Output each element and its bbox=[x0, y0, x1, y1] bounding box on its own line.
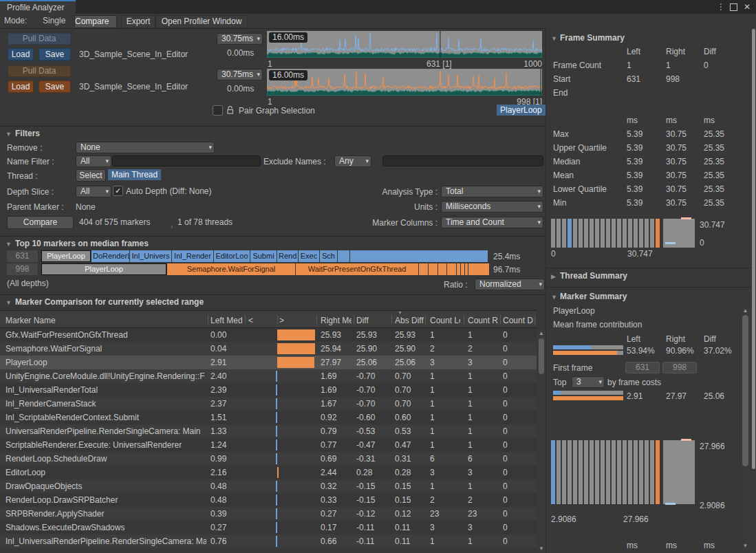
col-diff[interactable]: Diff bbox=[356, 316, 369, 325]
marker-row[interactable]: Semaphore.WaitForSignal0.0425.9425.9025.… bbox=[0, 342, 537, 356]
scroll-down-icon[interactable]: ▼ bbox=[537, 545, 546, 552]
top10-segment[interactable]: Submi bbox=[250, 250, 277, 262]
graph-selection-badge[interactable]: PlayerLoop bbox=[497, 105, 546, 116]
top10-segment[interactable] bbox=[438, 263, 446, 275]
ratio-dropdown[interactable]: Normalized▾ bbox=[475, 279, 545, 290]
analysis-type-dropdown[interactable]: Total▾ bbox=[441, 186, 543, 197]
marker-summary-foldout-icon[interactable]: ▼ bbox=[551, 294, 557, 301]
frame-summary-boxplot[interactable] bbox=[663, 219, 695, 248]
marker-summary-boxplot[interactable] bbox=[663, 440, 695, 504]
remove-dropdown[interactable]: None▾ bbox=[76, 142, 215, 153]
scroll-up-icon[interactable]: ▲ bbox=[741, 307, 750, 314]
scroll-up-icon[interactable]: ▲ bbox=[537, 330, 546, 336]
name-filter-input[interactable] bbox=[112, 155, 261, 166]
marker-row[interactable]: ScriptableRenderer.Execute: UniversalRen… bbox=[0, 438, 537, 452]
top10-segment[interactable]: Semaphore.WaitForSignal bbox=[167, 263, 295, 275]
top10-segment[interactable] bbox=[468, 263, 489, 275]
top10-segment[interactable]: Inl_Render bbox=[172, 250, 213, 262]
marker-summary-scrollbar-thumb[interactable] bbox=[742, 315, 748, 466]
top10-segment[interactable] bbox=[338, 250, 349, 262]
pull-data-right-button[interactable]: Pull Data bbox=[8, 65, 71, 77]
col-count-diff[interactable]: Count D bbox=[503, 316, 533, 325]
top10-segment[interactable] bbox=[429, 263, 438, 275]
marker-columns-dropdown[interactable]: Time and Count▾ bbox=[441, 217, 543, 228]
col-bar-left[interactable]: < bbox=[248, 316, 253, 325]
frame-graph-left[interactable]: 16.00ms bbox=[267, 31, 542, 58]
marker-row[interactable]: Gfx.WaitForPresentOnGfxThread0.0025.9325… bbox=[0, 328, 537, 342]
frame-summary-foldout-icon[interactable]: ▼ bbox=[551, 35, 557, 42]
compare-button[interactable]: Compare bbox=[7, 216, 74, 229]
scroll-down-icon[interactable]: ▼ bbox=[741, 543, 750, 549]
panel-scrollbar-thumb[interactable] bbox=[752, 29, 755, 469]
top10-segment[interactable]: Sch bbox=[320, 250, 337, 262]
top-n-dropdown[interactable]: 3▾ bbox=[572, 376, 605, 388]
comparison-foldout-icon[interactable]: ▼ bbox=[6, 299, 12, 306]
top10-segment[interactable] bbox=[461, 263, 464, 275]
marker-row[interactable]: SRPBRender.ApplyShader0.390.27-0.120.122… bbox=[0, 507, 537, 521]
top10-segment[interactable]: PlayerLoop bbox=[41, 263, 166, 275]
mode-single-button[interactable]: Single bbox=[43, 15, 65, 27]
top10-segment[interactable] bbox=[419, 263, 428, 275]
table-scrollbar-thumb[interactable] bbox=[539, 338, 544, 374]
col-bar-right[interactable]: > bbox=[279, 316, 284, 325]
pair-graph-checkbox[interactable] bbox=[213, 105, 223, 116]
top10-segment[interactable]: PlayerLoop bbox=[41, 250, 91, 262]
marker-row[interactable]: Inl_RenderCameraStack2.371.67-0.700.7011… bbox=[0, 397, 537, 411]
thread-select-button[interactable]: Select bbox=[76, 169, 106, 182]
thread-value-badge[interactable]: Main Thread bbox=[108, 169, 161, 180]
col-marker-name[interactable]: Marker Name bbox=[6, 316, 205, 325]
mode-compare-button[interactable]: Compare bbox=[74, 15, 117, 28]
top10-bar-left[interactable]: PlayerLoopDoRenderLInl_UniversInl_Render… bbox=[41, 250, 489, 262]
name-filter-mode-dropdown[interactable]: All▾ bbox=[76, 155, 111, 167]
menu-icon[interactable]: ⋮ bbox=[715, 1, 726, 12]
panel-scrollbar[interactable] bbox=[751, 28, 756, 553]
col-right-median[interactable]: Right Me bbox=[321, 316, 352, 325]
thread-summary-foldout-icon[interactable]: ▶ bbox=[551, 273, 556, 280]
marker-row[interactable]: Inl_UniversalRenderTotal2.391.69-0.700.7… bbox=[0, 383, 537, 397]
marker-row[interactable]: RenderLoop.ScheduleDraw0.990.69-0.310.31… bbox=[0, 452, 537, 466]
filters-foldout-icon[interactable]: ▼ bbox=[6, 131, 12, 138]
top10-segment[interactable]: Rend bbox=[277, 250, 298, 262]
frame-graph-right[interactable]: 16.00ms bbox=[267, 69, 542, 96]
lock-icon[interactable] bbox=[226, 105, 235, 117]
top10-segment[interactable] bbox=[457, 263, 460, 275]
top10-segment[interactable]: Inl_Univers bbox=[130, 250, 171, 262]
top10-segment[interactable]: WaitForPresentOnGfxThread bbox=[296, 263, 418, 275]
first-frame-left-button[interactable]: 631 bbox=[625, 362, 660, 373]
marker-row[interactable]: UnityEngine.CoreModule.dll!UnityEngine.R… bbox=[0, 369, 537, 383]
close-icon[interactable]: ✕ bbox=[742, 1, 753, 12]
table-scrollbar[interactable]: ▲ ▼ bbox=[537, 329, 546, 553]
pull-data-left-button[interactable]: Pull Data bbox=[8, 33, 71, 45]
col-left-median[interactable]: Left Med bbox=[210, 316, 243, 325]
export-button[interactable]: Export bbox=[121, 15, 155, 28]
top10-segment[interactable]: EditorLoo bbox=[214, 250, 250, 262]
marker-summary-histogram[interactable] bbox=[551, 440, 660, 504]
marker-summary-scrollbar[interactable]: ▲ ▼ bbox=[741, 306, 750, 550]
top10-frame-left-button[interactable]: 631 bbox=[7, 250, 38, 262]
load-left-button[interactable]: Load bbox=[8, 48, 34, 61]
top10-segment[interactable] bbox=[447, 263, 456, 275]
top10-segment[interactable] bbox=[465, 263, 468, 275]
window-tab[interactable]: Profile Analyzer bbox=[0, 0, 76, 14]
auto-depth-checkbox[interactable]: ✓ bbox=[113, 186, 123, 196]
exclude-mode-dropdown[interactable]: Any▾ bbox=[334, 155, 371, 167]
marker-row[interactable]: Inl_ScriptableRenderContext.Submit1.510.… bbox=[0, 411, 537, 424]
exclude-names-input[interactable] bbox=[382, 155, 543, 166]
first-frame-right-button[interactable]: 998 bbox=[662, 362, 697, 373]
marker-row[interactable]: PlayerLoop2.9127.9725.0625.06330 bbox=[0, 356, 537, 369]
marker-row[interactable]: DrawOpaqueObjects0.480.32-0.150.15110 bbox=[0, 479, 537, 493]
top10-segment[interactable]: Exec bbox=[299, 250, 319, 262]
top10-frame-right-button[interactable]: 998 bbox=[7, 263, 38, 275]
load-right-button[interactable]: Load bbox=[8, 80, 34, 93]
top10-segment[interactable] bbox=[350, 250, 488, 262]
save-left-button[interactable]: Save bbox=[39, 48, 71, 61]
depth-mode-dropdown[interactable]: All▾ bbox=[76, 186, 111, 197]
marker-row[interactable]: Inl_UniversalRenderPipeline.RenderSingle… bbox=[0, 534, 537, 548]
col-abs-diff[interactable]: Abs Diff bbox=[395, 316, 424, 325]
maximize-icon[interactable] bbox=[728, 1, 739, 12]
marker-row[interactable]: Shadows.ExecuteDrawShadows0.270.17-0.110… bbox=[0, 521, 537, 534]
graph-left-scale-dropdown[interactable]: 30.75ms▾ bbox=[217, 33, 263, 45]
top10-segment[interactable]: DoRenderL bbox=[91, 250, 129, 262]
marker-row[interactable]: EditorLoop2.162.440.280.28330 bbox=[0, 466, 537, 479]
top10-foldout-icon[interactable]: ▼ bbox=[6, 241, 12, 248]
